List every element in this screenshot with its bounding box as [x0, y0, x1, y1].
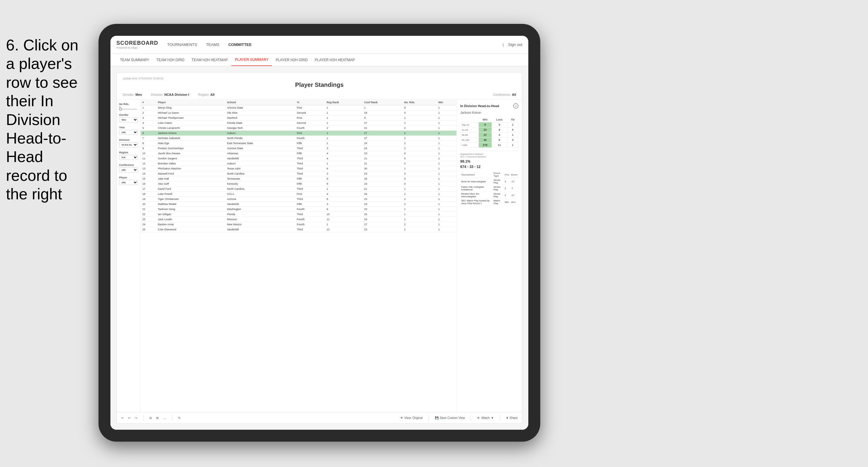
cell-yr: Fourth [295, 126, 325, 131]
cell-win: 1 [436, 197, 456, 202]
table-row[interactable]: 24 Bastien Amat New Mexico Fourth 1 27 2… [141, 222, 456, 227]
sub-nav-player-summary[interactable]: PLAYER SUMMARY [231, 54, 272, 66]
table-row[interactable]: 12 Brendan Valles Auburn Third 1 21 0 1 [141, 161, 456, 166]
table-row[interactable]: 7 Nicholas Gabrelcik North Florida Fourt… [141, 136, 456, 141]
tournament-score: -17 [510, 192, 519, 199]
watch-btn[interactable]: 👁 Watch ▼ [477, 416, 494, 419]
cell-rank: 16 [141, 181, 156, 187]
table-row[interactable]: 11 Gordon Sargent Vanderbilt Third 4 21 … [141, 156, 456, 161]
nav-right: | Sign out [503, 41, 522, 48]
undo-btn[interactable]: ↩ [121, 416, 124, 419]
cell-win: 1 [436, 136, 456, 141]
h2h-row: Top 10 8 3 2 [461, 122, 519, 127]
cell-player: Preston Summerhays [156, 146, 225, 151]
table-row[interactable]: 20 Matthew Riedel Vanderbilt Fifth 3 23 … [141, 202, 456, 207]
table-row[interactable]: 3 Michael Thorbjornsen Stanford First 1 … [141, 116, 456, 121]
tournament-name: Mirabel Maui Jim Intercollegiate [460, 192, 493, 199]
h2h-cell-win: 578 [478, 143, 492, 148]
conference-filter-select[interactable]: (All) [119, 167, 138, 173]
table-row[interactable]: 8 Mats Ege East Tennessee State Fifth 1 … [141, 141, 456, 146]
nav-teams[interactable]: TEAMS [206, 41, 219, 48]
cell-school: Texas A&M [225, 166, 295, 171]
table-row[interactable]: 2 Michael La Sasso Ole Miss Second 1 18 … [141, 111, 456, 116]
cell-school: North Florida [225, 136, 295, 141]
cell-rank: 8 [141, 141, 156, 146]
sign-out-link[interactable]: Sign out [508, 41, 522, 48]
cell-reg: 8 [325, 181, 362, 187]
gender-filter-select[interactable]: Men [119, 117, 138, 122]
cell-win: 1 [436, 222, 456, 227]
filter-region: Region: All [198, 93, 215, 96]
view-original-btn[interactable]: 👁 View: Original [400, 416, 423, 419]
cell-win: 1 [436, 161, 456, 166]
table-row[interactable]: 19 Tiger Christensen Arizona Third 8 23 … [141, 197, 456, 202]
copy-btn[interactable]: ⧉ [150, 416, 152, 420]
region-filter-select[interactable]: N/A [119, 155, 138, 160]
table-row[interactable]: 23 Jack Lundin Missouri Fourth 11 24 1 1 [141, 217, 456, 222]
table-row[interactable]: 1 Wenyi Ding Arizona State First 1 1 8 1 [141, 105, 456, 111]
share-btn[interactable]: ⬆ Share [506, 416, 518, 419]
table-row[interactable]: 9 Preston Summerhays Arizona State Third… [141, 146, 456, 151]
tournament-pos: 4 [504, 178, 510, 185]
table-row[interactable]: 16 Alex Goff Kentucky Fifth 8 19 0 1 [141, 181, 456, 187]
cell-rds: 2 [402, 197, 436, 202]
cell-conf: 23 [362, 197, 402, 202]
refresh-btn[interactable]: ↻ [178, 416, 181, 419]
no-rds-slider[interactable] [119, 108, 138, 110]
redo2-btn[interactable]: ↪ [135, 416, 137, 419]
division-filter-select[interactable]: NCAA Division I [119, 142, 138, 147]
cell-player: Luke Claton [156, 121, 225, 126]
sub-nav: TEAM SUMMARY TEAM H2H GRID TEAM H2H HEAT… [111, 54, 528, 66]
h2h-cell-tie: 5 [507, 127, 518, 132]
table-row[interactable]: 22 Ian Gilligan Florida Third 10 24 1 1 [141, 212, 456, 217]
cell-conf: 27 [362, 121, 402, 126]
paste-btn[interactable]: ⊞ [156, 416, 158, 419]
close-button[interactable]: ✕ [513, 103, 519, 108]
table-header-row: # Player School Yr Reg Rank Conf Rank No… [141, 100, 456, 105]
cell-school: Vanderbilt [225, 227, 295, 232]
table-row[interactable]: 25 Cole Sherwood Vanderbilt Third 12 23 … [141, 227, 456, 232]
table-row[interactable]: 14 Maxwell Ford North Carolina Third 2 2… [141, 171, 456, 176]
cell-yr: Fifth [295, 141, 325, 146]
nav-tournaments[interactable]: TOURNAMENTS [167, 41, 197, 48]
cell-win: 1 [436, 126, 456, 131]
table-row[interactable]: 6 Jackson Koivun Auburn First 1 27 2 1 [141, 131, 456, 136]
redo-btn[interactable]: ↩ [128, 416, 130, 419]
tournament-score: -17 [510, 178, 519, 185]
table-row[interactable]: 10 Jacob Mou-Dewee Arkansas Fifth 4 23 0… [141, 151, 456, 156]
cell-conf: 21 [362, 156, 402, 161]
more-btn[interactable]: … [163, 416, 166, 419]
sub-nav-player-h2h-heatmap[interactable]: PLAYER H2H HEATMAP [311, 54, 359, 66]
cell-yr: First [295, 116, 325, 121]
cell-yr: Fourth [295, 136, 325, 141]
table-row[interactable]: 5 Christo Lamprecht Georgia Tech Fourth … [141, 126, 456, 131]
save-custom-btn[interactable]: 💾 Save Custom View [435, 416, 465, 419]
cell-rds: 1 [402, 217, 436, 222]
table-row[interactable]: 13 Phichaksn Maichon Texas A&M Third 6 3… [141, 166, 456, 171]
tournament-name: Amer Ari Intercollegiate [460, 178, 493, 185]
player-filter-select[interactable]: (All) [119, 180, 138, 185]
cell-school: Auburn [225, 161, 295, 166]
tournaments-table: Tournament Event Type Pos Score Amer Ari… [460, 171, 519, 206]
sub-nav-player-h2h-grid[interactable]: PLAYER H2H GRID [272, 54, 311, 66]
cell-yr: Fifth [295, 181, 325, 187]
nav-committee[interactable]: COMMITTEE [228, 41, 252, 48]
sub-nav-team-h2h-grid[interactable]: TEAM H2H GRID [153, 54, 188, 66]
cell-player: Maxwell Ford [156, 171, 225, 176]
h2h-cell-win: 20 [478, 127, 492, 132]
cell-rank: 18 [141, 192, 156, 197]
sub-nav-team-h2h-heatmap[interactable]: TEAM H2H HEATMAP [188, 54, 231, 66]
cell-player: Taehoon Song [156, 207, 225, 212]
cell-win: 1 [436, 171, 456, 176]
table-row[interactable]: 18 Luke Powell UCLA First 4 24 1 1 [141, 192, 456, 197]
cell-win: 1 [436, 187, 456, 192]
table-row[interactable]: 15 Jake Hall Tennessee Fifth 5 20 0 1 [141, 176, 456, 181]
cell-rds: 2 [402, 202, 436, 207]
table-row[interactable]: 17 David Ford North Carolina Third 1 21 … [141, 187, 456, 192]
table-row[interactable]: 4 Luke Claton Florida State Second 1 27 … [141, 121, 456, 126]
table-row[interactable]: 21 Taehoon Song Washington Fourth 6 23 1… [141, 207, 456, 212]
sub-nav-team-summary[interactable]: TEAM SUMMARY [116, 54, 153, 66]
year-filter-select[interactable]: (All) [119, 130, 138, 135]
cell-school: Arkansas [225, 151, 295, 156]
tournaments-header: Tournament Event Type Pos Score [460, 171, 519, 178]
